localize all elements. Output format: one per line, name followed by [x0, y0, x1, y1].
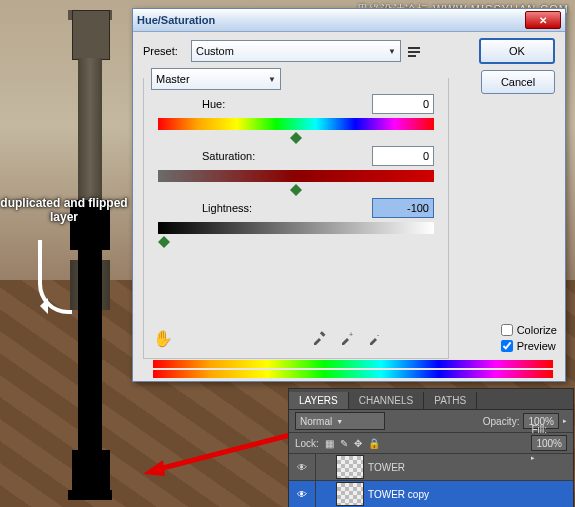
- fill-input[interactable]: 100%: [531, 435, 567, 451]
- layer-row[interactable]: 👁 TOWER copy: [289, 481, 573, 507]
- tower-reflection-image: [60, 300, 120, 500]
- saturation-slider[interactable]: [158, 170, 434, 182]
- svg-marker-0: [143, 460, 165, 476]
- svg-rect-4: [320, 331, 326, 337]
- colorize-checkbox[interactable]: Colorize: [501, 324, 557, 336]
- eyedropper-add-icon[interactable]: +: [337, 328, 357, 348]
- visibility-toggle-icon[interactable]: 👁: [289, 454, 316, 480]
- svg-text:+: +: [349, 331, 353, 338]
- opacity-label: Opacity:: [483, 416, 520, 427]
- hue-saturation-dialog: Hue/Saturation ✕ Preset: Custom▼ OK Canc…: [132, 8, 566, 382]
- lightness-input[interactable]: -100: [372, 198, 434, 218]
- annotation-arrow-curve: [38, 240, 72, 314]
- color-range-bar: [153, 360, 553, 378]
- hue-slider[interactable]: [158, 118, 434, 130]
- lock-transparency-icon[interactable]: ▦: [325, 438, 334, 449]
- layer-row[interactable]: 👁 TOWER: [289, 454, 573, 481]
- preset-dropdown[interactable]: Custom▼: [191, 40, 401, 62]
- close-button[interactable]: ✕: [525, 11, 561, 29]
- lock-pixels-icon[interactable]: ✎: [340, 438, 348, 449]
- annotation-duplicated: duplicated and flipped layer: [0, 196, 128, 225]
- sliders-group: Hue: 0 Saturation: 0 Lightness: -100: [143, 78, 449, 359]
- layers-panel: LAYERS CHANNELS PATHS Normal ▼ Opacity: …: [288, 388, 574, 507]
- preset-label: Preset:: [143, 45, 191, 57]
- fill-label: Fill:: [531, 424, 547, 435]
- hue-input[interactable]: 0: [372, 94, 434, 114]
- blend-mode-dropdown[interactable]: Normal ▼: [295, 412, 385, 430]
- eyedropper-subtract-icon[interactable]: -: [365, 328, 385, 348]
- annotation-red-arrow: [135, 430, 295, 480]
- layer-thumbnail[interactable]: [336, 455, 364, 479]
- lightness-label: Lightness:: [202, 202, 372, 214]
- preset-value: Custom: [196, 45, 384, 57]
- layer-thumbnail[interactable]: [336, 482, 364, 506]
- tab-layers[interactable]: LAYERS: [289, 392, 349, 409]
- hue-label: Hue:: [202, 98, 372, 110]
- visibility-toggle-icon[interactable]: 👁: [289, 481, 316, 507]
- scrubby-hand-icon[interactable]: ✋: [153, 329, 173, 348]
- colorize-label: Colorize: [517, 324, 557, 336]
- preview-label: Preview: [517, 340, 556, 352]
- svg-rect-2: [408, 51, 420, 53]
- tab-channels[interactable]: CHANNELS: [349, 392, 424, 409]
- dialog-titlebar[interactable]: Hue/Saturation ✕: [133, 9, 565, 32]
- svg-text:-: -: [377, 331, 380, 338]
- saturation-label: Saturation:: [202, 150, 372, 162]
- cancel-button[interactable]: Cancel: [481, 70, 555, 94]
- lock-position-icon[interactable]: ✥: [354, 438, 362, 449]
- svg-rect-1: [408, 47, 420, 49]
- lock-label: Lock:: [295, 438, 319, 449]
- svg-rect-3: [408, 55, 416, 57]
- tab-paths[interactable]: PATHS: [424, 392, 477, 409]
- ok-button[interactable]: OK: [479, 38, 555, 64]
- dialog-title: Hue/Saturation: [137, 14, 215, 26]
- layer-name[interactable]: TOWER: [368, 462, 405, 473]
- lightness-slider[interactable]: [158, 222, 434, 234]
- eyedropper-icon[interactable]: [309, 328, 329, 348]
- blend-mode-value: Normal: [300, 416, 332, 427]
- preset-menu-icon[interactable]: [407, 44, 421, 58]
- preview-checkbox[interactable]: Preview: [501, 340, 557, 352]
- layer-name[interactable]: TOWER copy: [368, 489, 429, 500]
- lock-all-icon[interactable]: 🔒: [368, 438, 380, 449]
- saturation-input[interactable]: 0: [372, 146, 434, 166]
